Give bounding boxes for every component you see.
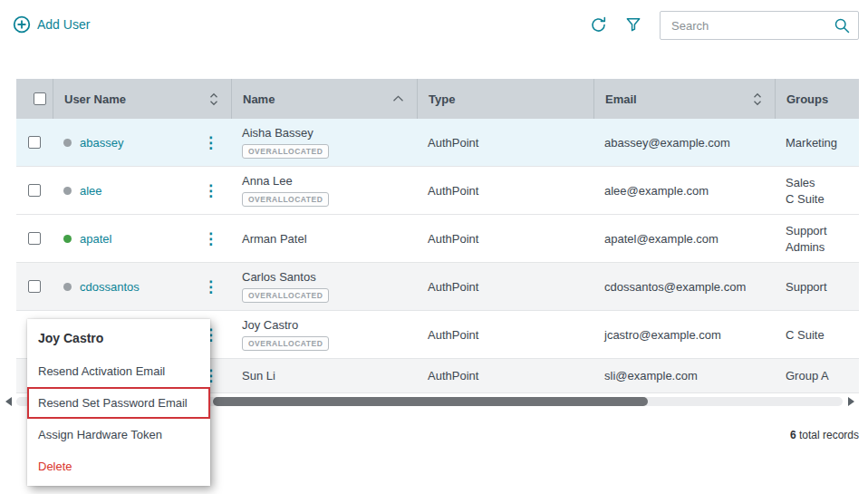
group-value: Support bbox=[786, 224, 859, 237]
sort-both-icon[interactable] bbox=[209, 92, 218, 106]
status-dot-inactive bbox=[63, 139, 72, 147]
column-header-email[interactable]: Email bbox=[593, 79, 775, 119]
refresh-icon[interactable] bbox=[589, 15, 608, 38]
row-menu-icon[interactable]: ⋮ bbox=[203, 135, 231, 150]
full-name: Anna Lee bbox=[242, 174, 417, 188]
filter-icon[interactable] bbox=[624, 15, 642, 37]
overallocated-badge: OVERALLOCATED bbox=[242, 144, 329, 159]
search-box bbox=[660, 11, 859, 40]
sort-both-icon[interactable] bbox=[753, 92, 762, 106]
group-value: C Suite bbox=[786, 328, 859, 342]
overallocated-badge: OVERALLOCATED bbox=[242, 192, 329, 207]
plus-circle-icon bbox=[13, 15, 31, 34]
group-value: Admins bbox=[786, 240, 859, 254]
status-dot-inactive bbox=[63, 187, 72, 195]
context-menu-title: Joy Castro bbox=[27, 319, 210, 355]
column-header-groups[interactable]: Groups bbox=[775, 79, 859, 119]
email-value: abassey@example.com bbox=[604, 136, 730, 150]
group-value: C Suite bbox=[786, 192, 859, 206]
email-value: jcastro@example.com bbox=[604, 328, 721, 342]
email-value: cdossantos@example.com bbox=[604, 280, 746, 294]
row-context-menu: Joy Castro Resend Activation Email Resen… bbox=[27, 319, 210, 486]
total-records-count: 6 bbox=[790, 429, 796, 441]
row-checkbox[interactable] bbox=[28, 280, 41, 293]
username-link[interactable]: abassey bbox=[80, 136, 123, 150]
type-value: AuthPoint bbox=[428, 369, 478, 383]
column-header-user-name[interactable]: User Name bbox=[53, 79, 231, 119]
status-dot-inactive bbox=[63, 283, 72, 291]
type-value: AuthPoint bbox=[428, 184, 478, 198]
add-user-label: Add User bbox=[37, 17, 90, 32]
overallocated-badge: OVERALLOCATED bbox=[242, 336, 329, 351]
email-value: sli@example.com bbox=[604, 369, 698, 383]
horizontal-scrollbar-thumb[interactable] bbox=[213, 397, 648, 406]
column-header-type[interactable]: Type bbox=[417, 79, 593, 119]
group-value: Group A bbox=[786, 369, 859, 383]
email-value: apatel@example.com bbox=[604, 232, 719, 246]
overallocated-badge: OVERALLOCATED bbox=[242, 288, 329, 303]
row-checkbox[interactable] bbox=[28, 184, 41, 197]
full-name: Aisha Bassey bbox=[242, 126, 417, 140]
row-menu-icon[interactable]: ⋮ bbox=[203, 231, 231, 247]
row-checkbox[interactable] bbox=[28, 136, 41, 149]
group-value: Marketing bbox=[786, 136, 859, 150]
select-all-checkbox[interactable] bbox=[34, 92, 46, 105]
group-value: Support bbox=[786, 280, 859, 294]
menu-item-assign-hardware-token[interactable]: Assign Hardware Token bbox=[27, 419, 210, 450]
scroll-left-arrow-icon[interactable] bbox=[5, 397, 12, 406]
table-row: cdossantos ⋮ Carlos Santos OVERALLOCATED… bbox=[16, 263, 859, 311]
table-header-row: User Name Name Type Email bbox=[16, 79, 859, 119]
type-value: AuthPoint bbox=[428, 280, 478, 294]
status-dot-active bbox=[63, 235, 72, 243]
add-user-button[interactable]: Add User bbox=[13, 15, 90, 34]
row-checkbox[interactable] bbox=[28, 232, 41, 245]
total-records: 6 total records bbox=[790, 429, 859, 441]
username-link[interactable]: alee bbox=[80, 184, 102, 198]
scroll-right-arrow-icon[interactable] bbox=[848, 397, 854, 406]
table-row: apatel ⋮ Arman Patel AuthPoint apatel@ex… bbox=[16, 215, 859, 263]
type-value: AuthPoint bbox=[428, 232, 478, 246]
menu-item-resend-set-password-email[interactable]: Resend Set Password Email bbox=[27, 387, 210, 419]
type-value: AuthPoint bbox=[428, 328, 478, 342]
username-link[interactable]: apatel bbox=[80, 232, 111, 246]
table-row: abassey ⋮ Aisha Bassey OVERALLOCATED Aut… bbox=[16, 119, 859, 167]
search-icon[interactable] bbox=[833, 16, 851, 34]
menu-item-delete[interactable]: Delete bbox=[27, 450, 210, 482]
group-value: Sales bbox=[786, 176, 859, 189]
full-name: Carlos Santos bbox=[242, 270, 417, 284]
full-name: Arman Patel bbox=[242, 232, 417, 246]
sort-asc-icon[interactable] bbox=[392, 95, 404, 102]
email-value: alee@example.com bbox=[604, 184, 709, 198]
username-link[interactable]: cdossantos bbox=[80, 280, 140, 294]
row-menu-icon[interactable]: ⋮ bbox=[203, 183, 231, 199]
column-header-name[interactable]: Name bbox=[231, 79, 417, 119]
table-row: alee ⋮ Anna Lee OVERALLOCATED AuthPoint … bbox=[16, 167, 859, 215]
total-records-label: total records bbox=[796, 429, 859, 441]
full-name: Sun Li bbox=[242, 369, 417, 383]
type-value: AuthPoint bbox=[428, 136, 478, 150]
menu-item-resend-activation-email[interactable]: Resend Activation Email bbox=[27, 355, 210, 387]
row-menu-icon[interactable]: ⋮ bbox=[203, 279, 231, 295]
search-input[interactable] bbox=[671, 19, 833, 33]
full-name: Joy Castro bbox=[242, 318, 417, 332]
